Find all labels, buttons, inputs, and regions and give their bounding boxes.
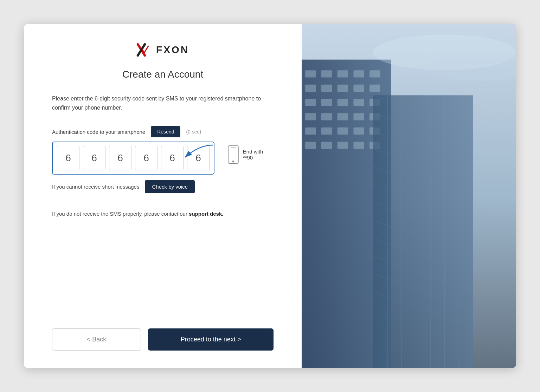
svg-rect-28 (305, 128, 316, 135)
svg-rect-13 (305, 85, 316, 92)
svg-rect-16 (353, 85, 364, 92)
support-text: If you do not receive the SMS properly, … (52, 211, 223, 217)
code-digit-3[interactable] (109, 146, 131, 170)
logo: FXON (136, 41, 189, 58)
back-button[interactable]: < Back (52, 328, 141, 351)
code-row: End with **90 (52, 142, 274, 175)
form-panel: FXON Create an Account Please enter the … (24, 24, 302, 368)
phone-right-section: End with **90 (227, 145, 274, 164)
auth-section: Authentication code to your smartphone R… (52, 126, 274, 204)
svg-rect-8 (305, 70, 316, 77)
svg-rect-36 (353, 142, 364, 149)
svg-rect-17 (369, 85, 380, 92)
logo-text: FXON (156, 44, 189, 55)
svg-point-4 (232, 161, 234, 162)
svg-rect-29 (321, 128, 332, 135)
svg-rect-12 (369, 70, 380, 77)
image-panel (302, 24, 516, 368)
code-digit-2[interactable] (83, 146, 105, 170)
timer-text: (0 sec) (186, 129, 201, 135)
svg-rect-23 (305, 113, 316, 120)
svg-rect-18 (305, 99, 316, 106)
proceed-button[interactable]: Proceed to the next > (148, 328, 274, 351)
auth-label-row: Authentication code to your smartphone R… (52, 126, 274, 137)
svg-rect-25 (338, 113, 348, 120)
svg-rect-35 (338, 142, 348, 149)
voice-label: If you cannot receive short messages (52, 184, 139, 190)
code-digit-4[interactable] (135, 146, 158, 170)
svg-rect-14 (321, 85, 332, 92)
auth-label: Authentication code to your smartphone (52, 129, 145, 135)
resend-button[interactable]: Resend (151, 126, 180, 137)
svg-rect-9 (321, 70, 332, 77)
end-with-text: End with **90 (243, 149, 274, 161)
svg-rect-26 (353, 113, 364, 120)
svg-rect-30 (338, 128, 348, 135)
svg-rect-5 (231, 147, 236, 148)
svg-rect-19 (321, 99, 332, 106)
button-row: < Back Proceed to the next > (52, 328, 274, 351)
svg-rect-11 (353, 70, 364, 77)
svg-rect-24 (321, 113, 332, 120)
support-desk-link[interactable]: support desk. (189, 211, 223, 217)
page-title: Create an Account (52, 69, 274, 80)
check-by-voice-button[interactable]: Check by voice (145, 180, 195, 193)
phone-icon (227, 145, 239, 164)
support-text-before: If you do not receive the SMS properly, … (52, 211, 189, 217)
page-wrapper: FXON Create an Account Please enter the … (24, 24, 516, 368)
voice-row: If you cannot receive short messages Che… (52, 180, 274, 193)
building-background (302, 24, 516, 368)
logo-area: FXON (52, 41, 274, 58)
svg-rect-21 (353, 99, 364, 106)
fxon-logo-icon (136, 41, 153, 58)
svg-rect-34 (321, 142, 332, 149)
description-text: Please enter the 6-digit security code s… (52, 94, 274, 112)
svg-rect-33 (305, 142, 316, 149)
arrow-icon (178, 142, 220, 163)
svg-rect-31 (353, 128, 364, 135)
svg-rect-10 (338, 70, 348, 77)
svg-rect-15 (338, 85, 348, 92)
svg-rect-20 (338, 99, 348, 106)
code-digit-1[interactable] (57, 146, 79, 170)
